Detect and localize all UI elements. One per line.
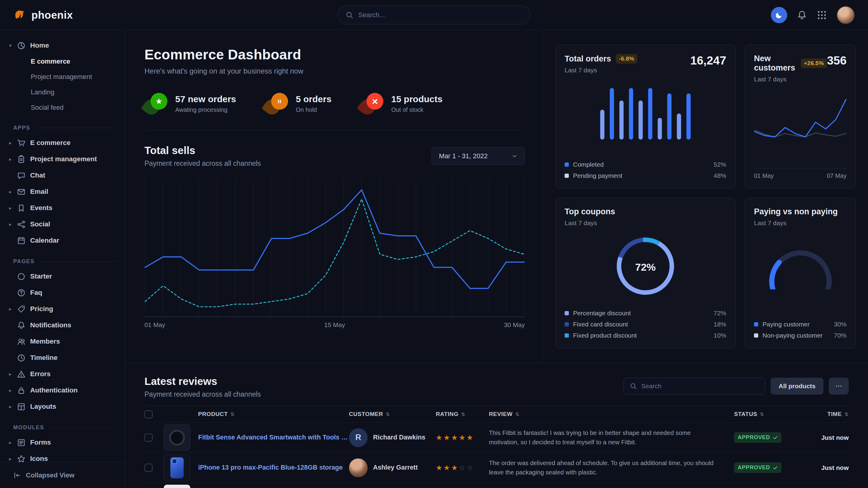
customer-avatar[interactable]: R: [349, 428, 368, 447]
share-icon: [17, 220, 26, 229]
page-subtitle: Here's what's going on at your business …: [145, 67, 525, 75]
calendar-icon: [17, 236, 26, 245]
status-badge: APPROVED: [734, 462, 781, 473]
global-search-input[interactable]: [358, 11, 522, 19]
sidebar-item-project-management[interactable]: ▸Project management: [0, 151, 125, 167]
sidebar-item-members[interactable]: Members: [0, 333, 125, 350]
sidebar-item-layouts[interactable]: ▸Layouts: [0, 398, 125, 415]
caret-icon: ▸: [9, 140, 17, 146]
user-avatar[interactable]: [837, 6, 855, 24]
sidebar-item-errors[interactable]: ▸Errors: [0, 366, 125, 382]
date-range-select[interactable]: Mar 1 - 31, 2022: [432, 148, 525, 165]
top-coupons-donut-chart: 72%: [617, 237, 674, 297]
page-title: Ecommerce Dashboard: [145, 46, 525, 63]
sidebar-subitem-project-management[interactable]: Project management: [0, 69, 125, 85]
column-header-review[interactable]: REVIEW⇅: [489, 411, 734, 418]
review-time: Just now: [806, 464, 849, 471]
sidebar-subitem-e-commerce[interactable]: E commerce: [0, 54, 125, 69]
product-link[interactable]: Fitbit Sense Advanced Smartwatch with To…: [198, 434, 349, 441]
dashboard-top: Ecommerce Dashboard Here's what's going …: [125, 30, 868, 363]
sidebar-item-pricing[interactable]: ▸Pricing: [0, 301, 125, 317]
caret-icon: ▸: [9, 387, 17, 394]
legend-item-fixed-product-discount: Fixed product discount10%: [565, 332, 726, 339]
caret-icon: ▸: [9, 189, 17, 195]
select-all-checkbox[interactable]: [145, 410, 153, 418]
phoenix-logo-icon: [13, 8, 27, 22]
card-top-coupons: Top coupons Last 7 days 72% Percentage d…: [555, 198, 736, 349]
caret-icon: ▾: [9, 42, 17, 49]
sidebar-item-starter[interactable]: Starter: [0, 268, 125, 285]
sidebar-subitem-social-feed[interactable]: Social feed: [0, 100, 125, 115]
total-sells-header: Total sells Payment received across all …: [145, 144, 525, 168]
row-checkbox[interactable]: [145, 433, 153, 442]
card-new-customers: New customers +26.5% Last 7 days 356 01 …: [745, 44, 856, 189]
trend-badge: -6.8%: [616, 54, 637, 64]
main-content: Ecommerce Dashboard Here's what's going …: [125, 30, 868, 488]
warning-icon: [17, 370, 26, 379]
product-thumbnail[interactable]: [164, 424, 190, 451]
column-header-product[interactable]: PRODUCT⇅: [164, 411, 349, 418]
bookmark-icon: [17, 204, 26, 213]
sidebar-item-faq[interactable]: Faq: [0, 285, 125, 301]
sort-icon: ⇅: [230, 412, 235, 417]
search-icon: [630, 383, 637, 390]
legend-item-paying-customer: Paying customer30%: [754, 321, 846, 328]
users-icon: [17, 337, 26, 346]
notifications-button[interactable]: [797, 10, 807, 20]
caret-icon: ▸: [9, 440, 17, 446]
more-options-button[interactable]: [829, 378, 849, 395]
top-navbar: phoenix: [0, 0, 868, 30]
cart-icon: [17, 139, 26, 148]
sidebar-item-events[interactable]: ▸Events: [0, 200, 125, 216]
new-customers-x-labels: 01 May 07 May: [754, 168, 846, 180]
customer-avatar[interactable]: [349, 458, 368, 477]
sidebar-item-forms[interactable]: ▸Forms: [0, 434, 125, 451]
sidebar-item-authentication[interactable]: ▸Authentication: [0, 382, 125, 398]
review-time: Just now: [806, 434, 849, 441]
reviews-search-input[interactable]: [641, 383, 759, 390]
new-customers-value: 356: [827, 54, 846, 67]
sidebar-item-chat[interactable]: Chat: [0, 167, 125, 184]
app-root: phoenix ▾HomeE commerceProject managemen…: [0, 0, 868, 488]
rating-stars: ★★★☆☆: [436, 464, 489, 472]
all-products-button[interactable]: All products: [771, 378, 824, 395]
product-link[interactable]: iPhone 13 pro max-Pacific Blue-128GB sto…: [198, 464, 343, 471]
sidebar-item-social[interactable]: ▸Social: [0, 216, 125, 232]
card-title: Paying vs non paying: [754, 207, 838, 217]
row-checkbox[interactable]: [145, 464, 153, 472]
x-tick: 15 May: [324, 321, 345, 329]
column-header-time[interactable]: TIME⇅: [806, 411, 849, 418]
product-thumbnail[interactable]: [164, 485, 190, 488]
layout-icon: [17, 402, 26, 411]
global-search[interactable]: [338, 6, 530, 24]
apps-grid-button[interactable]: [817, 10, 827, 20]
card-title: Top coupons: [565, 207, 615, 217]
product-thumbnail[interactable]: [164, 455, 190, 481]
review-row: iPhone 13 pro max-Pacific Blue-128GB sto…: [145, 453, 849, 483]
review-row: Fitbit Sense Advanced Smartwatch with To…: [145, 423, 849, 453]
sidebar-item-e-commerce[interactable]: ▸E commerce: [0, 135, 125, 151]
sidebar-item-calendar[interactable]: Calendar: [0, 232, 125, 249]
sidebar-item-email[interactable]: ▸Email: [0, 184, 125, 200]
theme-toggle-button[interactable]: [771, 7, 787, 23]
column-header-rating[interactable]: RATING⇅: [436, 411, 489, 418]
sidebar-item-timeline[interactable]: Timeline: [0, 350, 125, 366]
card-paying-vs-non-paying: Paying vs non paying Last 7 days Paying …: [745, 198, 856, 349]
total-sells-x-labels: 01 May 15 May 30 May: [145, 321, 525, 340]
collapsed-view-toggle[interactable]: Collapsed View: [0, 462, 125, 488]
sidebar-item-home[interactable]: ▾Home: [0, 37, 125, 54]
new-customers-line-chart: [754, 91, 846, 166]
sidebar-subitem-landing[interactable]: Landing: [0, 85, 125, 100]
sidebar-section-modules: MODULES: [13, 424, 117, 431]
sidebar-nav: ▾HomeE commerceProject managementLanding…: [0, 37, 125, 488]
kpi-cards: Total orders -6.8% Last 7 days 16,247 Co…: [543, 30, 868, 363]
total-sells-chart: [145, 178, 525, 317]
reviews-search[interactable]: [623, 378, 765, 395]
circle-icon: [17, 272, 26, 281]
sidebar: ▾HomeE commerceProject managementLanding…: [0, 30, 125, 488]
brand[interactable]: phoenix: [13, 8, 73, 22]
sort-icon: ⇅: [760, 412, 764, 417]
column-header-customer[interactable]: CUSTOMER⇅: [349, 411, 436, 418]
column-header-status[interactable]: STATUS⇅: [734, 411, 806, 418]
sidebar-item-notifications[interactable]: Notifications: [0, 317, 125, 333]
